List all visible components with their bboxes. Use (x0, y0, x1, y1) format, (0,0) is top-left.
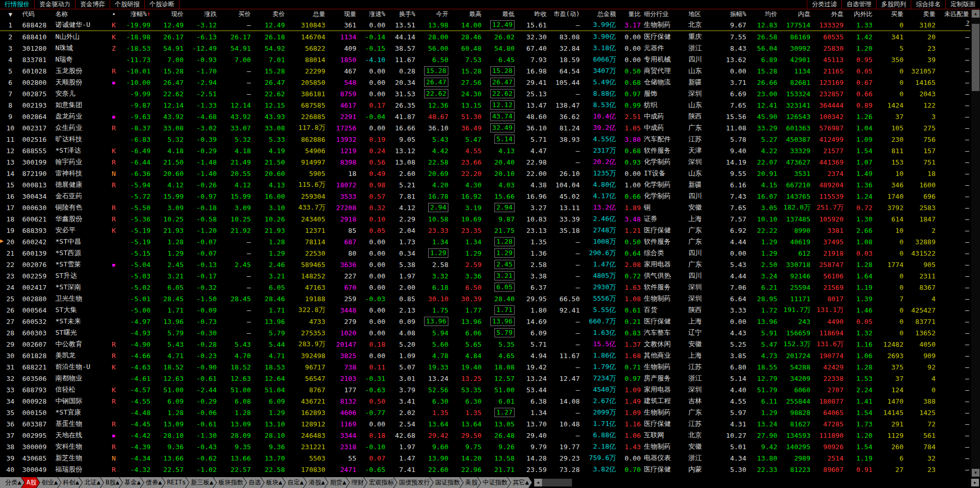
stock-row[interactable]: 15000813德展健康R-5.944.12-0.264.124.13115.6… (0, 179, 971, 190)
market-tab-13[interactable]: 板块▲ (261, 477, 285, 488)
stock-row[interactable]: 10002317众生药业R-8.3733.08-3.0233.0733.0811… (0, 122, 971, 134)
column-header-inner-outer-ratio[interactable]: 内外比 (845, 9, 874, 19)
market-tab-5[interactable]: 北证▲ (79, 477, 103, 488)
market-tab-12[interactable]: 自选 (243, 477, 264, 488)
horizontal-scroll-thumb[interactable] (542, 479, 572, 486)
stock-row[interactable]: 12688555*ST泽达K-6.494.18-0.294.184.195490… (0, 145, 971, 156)
market-tab-9[interactable]: REITs (162, 477, 189, 488)
stock-row[interactable]: 28600303ST曙光-4.935.79-0.30—5.79275353102… (0, 327, 971, 338)
market-tab-4[interactable]: 科创▲ (58, 477, 82, 488)
column-header-avg-price[interactable]: 均价 (748, 9, 779, 19)
column-header-low[interactable]: 最低 (483, 9, 516, 19)
stock-row[interactable]: 38300009安科生物R-4.399.36-0.439.359.3623122… (0, 441, 971, 452)
column-header-ask[interactable]: 卖价 (252, 9, 287, 19)
column-header-marker[interactable]: • (108, 9, 120, 19)
column-header-speed-pct[interactable]: 涨速% (358, 9, 387, 19)
stock-row[interactable]: 13300199翰宇药业R-6.4421.50-1.4821.4921.5091… (0, 156, 971, 168)
stock-row[interactable]: 18600621华鑫股份R-5.3610.25-0.5810.2510.2624… (0, 213, 971, 225)
column-header-bid[interactable]: 买价 (218, 9, 252, 19)
toolbar-action-3[interactable]: 多股同列 (876, 0, 911, 9)
stock-row[interactable]: 21600139*ST西源-5.151.29-0.07—1.2922530800… (0, 247, 971, 259)
stock-row[interactable]: 11002516旷达科技-6.835.32-0.395.325.33862886… (0, 134, 971, 145)
market-tab-18[interactable]: 宏观指标 (364, 477, 397, 488)
stock-row[interactable]: 27600532*ST未来-4.9713.96-0.73—13.96473327… (0, 316, 971, 327)
vertical-scroll-thumb[interactable] (972, 24, 979, 91)
column-header-price[interactable]: 现价 (152, 9, 185, 19)
menu-tab-5[interactable]: 个股诊断 (145, 0, 179, 9)
stock-row[interactable]: 30601828美凯龙R-4.664.71-0.234.704.71392498… (0, 350, 971, 361)
stock-row[interactable]: 34000928中钢国际R-4.556.09-0.296.086.0943672… (0, 395, 971, 407)
stock-row[interactable]: 9002864盘龙药业▪-9.6343.92-4.6843.9243.93226… (0, 111, 971, 122)
column-header-amplitude-pct[interactable]: 振幅% (717, 9, 748, 19)
column-header-amount[interactable]: 总金额 (581, 9, 617, 19)
stock-row[interactable]: 32603506南都物业-4.6112.63-0.6112.6312.64565… (0, 373, 971, 384)
stock-row[interactable]: 20▶600242*ST中昌-5.191.28-0.07—1.287811468… (0, 236, 971, 247)
stock-row[interactable]: 39430685新芝生物N-4.3413.66-0.6213.6613.7055… (0, 452, 971, 464)
market-tab-7[interactable]: 基金▲ (119, 477, 144, 488)
stock-row[interactable]: 17000630铜陵有色R-5.503.09-0.183.093.10433.7… (0, 202, 971, 213)
stock-row[interactable]: 40300049福瑞股份R-4.3222.57-1.0222.5722.5817… (0, 464, 971, 475)
scroll-left-icon[interactable]: ◀ (534, 479, 542, 486)
market-tab-22[interactable]: 中证指数 (477, 477, 510, 488)
column-header-change-pct[interactable]: 涨幅%↑ (120, 9, 152, 19)
column-header-sell-vol[interactable]: 卖量 (905, 9, 937, 19)
column-header-open[interactable]: 今开 (417, 9, 450, 19)
column-header-turnover-pct[interactable]: 换手% (387, 9, 417, 19)
stock-row[interactable]: 25002880卫光生物-5.0128.45-1.5028.4528.46191… (0, 293, 971, 304)
stock-row[interactable]: 16300434金石亚药-5.7215.99-0.9715.9916.00259… (0, 190, 971, 202)
column-header-volume[interactable]: 总量 (287, 9, 327, 19)
market-tab-8[interactable]: 债券▲ (141, 477, 165, 488)
scroll-up-icon[interactable]: ▲ (972, 10, 979, 18)
stock-row[interactable]: 6002800天顺股份▪-10.0026.47-2.94—26.47205850… (0, 77, 971, 88)
market-tab-15[interactable]: 港股▲ (304, 477, 328, 488)
column-header-inner-vol[interactable]: 内盘 (779, 9, 812, 19)
stock-row[interactable]: 4833781N瑞奇-11.737.00-0.937.007.018801418… (0, 54, 971, 65)
toolbar-action-4[interactable]: 综合排名 (911, 0, 945, 9)
column-header-prev-close[interactable]: 昨收 (516, 9, 548, 19)
market-tab-20[interactable]: 国证指数 (430, 477, 463, 488)
market-tab-16[interactable]: 期货▲ (325, 477, 349, 488)
market-tab-21[interactable]: 美股 (460, 477, 480, 488)
stock-row[interactable]: 23002259ST升达-5.033.21-0.17—3.21148252227… (0, 270, 971, 282)
stock-row[interactable]: 2688410N山外山K-18.9826.17-6.1326.1726.1814… (0, 31, 971, 43)
column-header-pe-dynamic[interactable]: 市盈(动) (548, 9, 581, 19)
menu-tab-3[interactable]: 资金博弈 (76, 0, 110, 9)
column-header-rownum[interactable]: ▼ (0, 9, 21, 19)
stock-row[interactable]: 33688793倍轻松K-4.5751.00-2.4451.0051.04876… (0, 384, 971, 395)
help-icon[interactable]: ? (966, 20, 970, 27)
stock-row[interactable]: 19688393安必平K-5.1921.93-1.2021.9221.93123… (0, 225, 971, 236)
stock-row[interactable]: 1688428诺诚健华-UK-19.9912.49-3.12—12.493108… (0, 19, 971, 31)
column-header-industry[interactable]: 细分行业 (642, 9, 687, 19)
horizontal-scroll-track[interactable] (572, 477, 971, 488)
toolbar-action-1[interactable]: 分类过滤 (807, 0, 841, 9)
market-tab-11[interactable]: 板块指数 (213, 477, 246, 488)
column-header-volume-ratio[interactable]: 量比 (617, 9, 642, 19)
stock-row[interactable]: 35000150*ST宜康-4.481.28-0.061.281.2916289… (0, 407, 971, 418)
scroll-down-icon[interactable]: ▼ (972, 469, 979, 477)
menu-tab-1[interactable]: 行情报价 (0, 0, 35, 9)
market-tab-6[interactable]: B股▲ (100, 477, 122, 488)
stock-row[interactable]: 5601028玉龙股份R-10.0115.28-1.70—15.28222994… (0, 65, 971, 77)
column-header-unmatched-vol[interactable]: 未匹配量 (937, 9, 971, 19)
column-header-outer-vol[interactable]: 外盘 (812, 9, 845, 19)
stock-row[interactable]: 22002076*ST雪莱▪-5.042.45-0.132.452.465894… (0, 259, 971, 270)
market-tab-23[interactable]: 其它▲ (507, 477, 532, 488)
column-header-code[interactable]: 代码 (21, 9, 54, 19)
column-header-high[interactable]: 最高 (450, 9, 483, 19)
stock-row[interactable]: 24002417*ST深南-5.026.05-0.32—6.0547163670… (0, 282, 971, 293)
market-tab-19[interactable]: 国债预发行 (394, 477, 433, 488)
toolbar-action-5[interactable]: 定制版面 (945, 0, 980, 9)
menu-tab-4[interactable]: 个股研报 (110, 0, 145, 9)
scroll-right-icon[interactable]: ▶ (971, 479, 979, 486)
stock-row[interactable]: 3301280N珠城Z-18.5354.91-12.4954.9154.9256… (0, 42, 971, 54)
market-tab-17[interactable]: 理财 (346, 477, 367, 488)
column-header-buy-vol[interactable]: 买量 (874, 9, 905, 19)
market-tab-1[interactable]: 分类▲ (0, 477, 24, 488)
market-tab-10[interactable]: 新三板▲ (186, 477, 216, 488)
market-tab-3[interactable]: 创业▲ (36, 477, 61, 488)
stock-row[interactable]: 26000564ST大集-5.001.71-0.09—1.71322.8万344… (0, 304, 971, 316)
column-header-region[interactable]: 地区 (687, 9, 717, 19)
stock-row[interactable]: 14872190雷神科技N-6.3620.60-1.4020.5520.6059… (0, 168, 971, 179)
stock-row[interactable]: 36603387基蛋生物R-4.4513.09-0.6113.0913.1012… (0, 418, 971, 430)
column-header-name[interactable]: 名称 (54, 9, 108, 19)
